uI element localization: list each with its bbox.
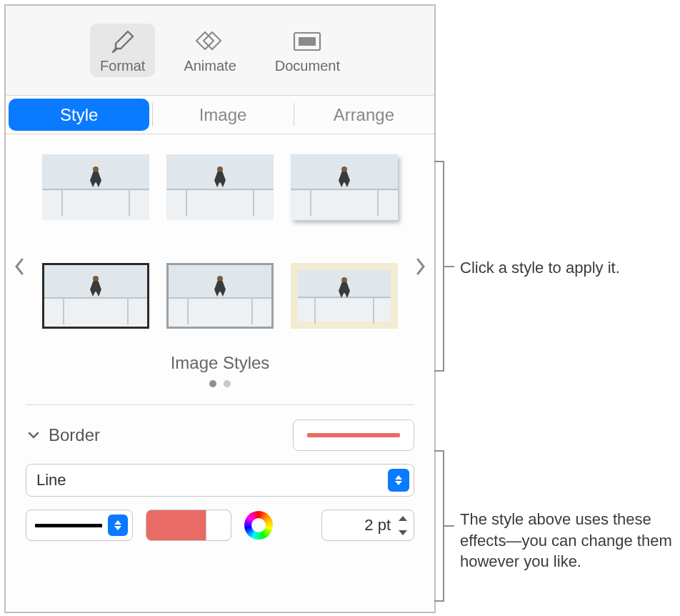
border-type-value: Line [36,471,388,490]
subtab-style-label: Style [60,105,98,125]
border-width-field[interactable]: 2 pt [321,510,414,541]
subtab-arrange[interactable]: Arrange [294,96,434,134]
styles-next-button[interactable] [411,252,430,281]
tab-animate[interactable]: Animate [174,24,246,77]
border-type-select[interactable]: Line [26,464,414,497]
pager-dot[interactable] [209,380,216,387]
callout-leader-line [444,266,454,267]
tab-animate-label: Animate [184,58,236,74]
subtab-arrange-label: Arrange [334,105,394,125]
stroke-sample-line [35,524,102,527]
chevron-down-icon[interactable] [26,427,41,443]
paintbrush-icon [106,28,139,55]
border-controls-row: 2 pt [26,510,414,541]
format-sub-tabs: Style Image Arrange [6,96,434,134]
tab-format-label: Format [100,58,145,74]
border-section: Border Line 2 pt [6,419,434,557]
style-thumbnail[interactable] [291,154,398,220]
svg-rect-1 [299,37,316,46]
color-wheel-button[interactable] [244,511,273,540]
subtab-image-label: Image [199,105,247,125]
border-style-preview[interactable] [293,419,414,451]
diamond-stack-icon [194,28,226,55]
tab-format[interactable]: Format [90,24,155,77]
subtab-image[interactable]: Image [152,96,293,134]
tab-document[interactable]: Document [265,24,350,77]
inspector-top-tabs: Format Animate Document [6,6,434,96]
tab-document-label: Document [275,58,340,74]
border-preview-line [307,433,400,437]
callout-leader-line [444,525,454,527]
stepper-up[interactable] [394,511,412,525]
style-thumbnail[interactable] [166,263,274,329]
callout-text: The style above uses these effects—you c… [460,509,674,572]
border-width-stepper[interactable] [394,511,412,540]
format-inspector-panel: Format Animate Document Style [4,4,436,613]
styles-pager [30,380,410,387]
style-thumbnail[interactable] [166,154,274,220]
border-header: Border [26,419,414,451]
style-thumbnail[interactable] [42,154,149,220]
pager-dot[interactable] [224,380,231,387]
styles-prev-button[interactable] [10,252,29,281]
stepper-icon [108,515,128,536]
image-styles-grid [30,154,410,340]
divider [26,404,414,405]
style-thumbnail[interactable] [291,263,398,329]
stepper-down[interactable] [394,525,412,540]
border-color-well[interactable] [146,510,231,541]
subtab-style[interactable]: Style [9,99,149,131]
style-thumbnail[interactable] [42,263,149,329]
image-styles-section: Image Styles [6,134,434,404]
border-title: Border [49,425,100,445]
border-width-value: 2 pt [364,516,391,535]
stepper-icon [388,469,409,492]
image-styles-title: Image Styles [30,353,410,373]
stroke-style-select[interactable] [26,510,133,541]
callout-text: Click a style to apply it. [460,257,674,279]
slide-icon [291,28,324,55]
